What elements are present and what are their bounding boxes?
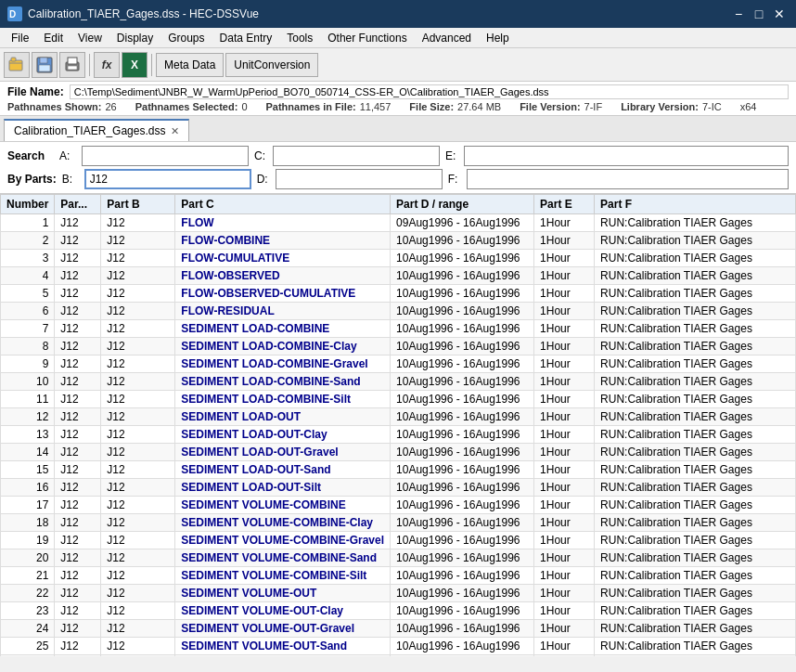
table-row[interactable]: 10 J12 J12 SEDIMENT LOAD-COMBINE-Sand 10…: [1, 373, 796, 391]
search-e-input[interactable]: [464, 146, 789, 166]
cell-partc: SEDIMENT LOAD-COMBINE-Sand: [175, 373, 391, 391]
b-label: B:: [62, 173, 79, 186]
meta-data-button[interactable]: Meta Data: [156, 53, 224, 77]
menu-view[interactable]: View: [71, 30, 109, 46]
cell-partc: FLOW-RESIDUAL: [175, 303, 391, 320]
cell-partc: SEDIMENT VOLUME-OUT-Gravel: [175, 620, 391, 638]
cell-parte: 1Hour: [534, 232, 595, 250]
menu-edit[interactable]: Edit: [36, 30, 71, 46]
menu-data-entry[interactable]: Data Entry: [212, 30, 280, 46]
cell-parte: 1Hour: [534, 426, 595, 444]
menu-advanced[interactable]: Advanced: [415, 30, 479, 46]
by-parts-label: By Parts:: [7, 173, 57, 186]
file-size-value: 27.64 MB: [457, 101, 501, 112]
cell-partf: RUN:Calibration TIAER Gages: [595, 408, 796, 426]
save-button[interactable]: [32, 52, 58, 78]
table-row[interactable]: 11 J12 J12 SEDIMENT LOAD-COMBINE-Silt 10…: [1, 391, 796, 408]
file-version-label: File Version:: [520, 101, 580, 112]
search-a-input[interactable]: [82, 146, 249, 166]
table-row[interactable]: 17 J12 J12 SEDIMENT VOLUME-COMBINE 10Aug…: [1, 497, 796, 514]
table-row[interactable]: 12 J12 J12 SEDIMENT LOAD-OUT 10Aug1996 -…: [1, 408, 796, 426]
table-row[interactable]: 22 J12 J12 SEDIMENT VOLUME-OUT 10Aug1996…: [1, 585, 796, 602]
cell-partb: J12: [101, 355, 175, 373]
table-row[interactable]: 7 J12 J12 SEDIMENT LOAD-COMBINE 10Aug199…: [1, 320, 796, 338]
search-c-input[interactable]: [273, 146, 440, 166]
open-button[interactable]: [4, 52, 30, 78]
cell-partb: J12: [101, 232, 175, 250]
file-name-input[interactable]: [70, 84, 789, 99]
cell-number: 25: [1, 638, 55, 655]
table-row[interactable]: 26 J12 J12 SEDIMENT VOLUME-OUT-Silt 10Au…: [1, 655, 796, 657]
cell-parte: 1Hour: [534, 320, 595, 338]
cell-parte: 1Hour: [534, 408, 595, 426]
table-row[interactable]: 3 J12 J12 FLOW-CUMULATIVE 10Aug1996 - 16…: [1, 250, 796, 267]
table-row[interactable]: 2 J12 J12 FLOW-COMBINE 10Aug1996 - 16Aug…: [1, 232, 796, 250]
cell-number: 26: [1, 655, 55, 657]
maximize-button[interactable]: □: [750, 5, 768, 23]
table-row[interactable]: 5 J12 J12 FLOW-OBSERVED-CUMULATIVE 10Aug…: [1, 285, 796, 303]
cell-number: 14: [1, 444, 55, 461]
tab-main[interactable]: Calibration_TIAER_Gages.dss ✕: [4, 119, 189, 141]
cell-parta: J12: [55, 461, 101, 479]
close-button[interactable]: ✕: [770, 5, 789, 23]
cell-partb: J12: [101, 373, 175, 391]
print-button[interactable]: [59, 52, 85, 78]
table-row[interactable]: 20 J12 J12 SEDIMENT VOLUME-COMBINE-Sand …: [1, 549, 796, 567]
menu-bar: File Edit View Display Groups Data Entry…: [0, 28, 796, 48]
search-d-input[interactable]: [276, 169, 443, 189]
table-row[interactable]: 6 J12 J12 FLOW-RESIDUAL 10Aug1996 - 16Au…: [1, 303, 796, 320]
pathnames-shown-label: Pathnames Shown:: [7, 101, 101, 112]
table-row[interactable]: 13 J12 J12 SEDIMENT LOAD-OUT-Clay 10Aug1…: [1, 426, 796, 444]
cell-partd: 10Aug1996 - 16Aug1996: [391, 267, 534, 285]
excel-button[interactable]: X: [122, 52, 148, 78]
file-name-label: File Name:: [7, 85, 64, 98]
menu-other-functions[interactable]: Other Functions: [320, 30, 414, 46]
menu-display[interactable]: Display: [109, 30, 160, 46]
search-b-input[interactable]: [84, 169, 251, 189]
table-row[interactable]: 18 J12 J12 SEDIMENT VOLUME-COMBINE-Clay …: [1, 514, 796, 532]
search-f-input[interactable]: [467, 169, 789, 189]
cell-parta: J12: [55, 303, 101, 320]
title-bar: D Calibration_TIAER_Gages.dss - HEC-DSSV…: [0, 0, 796, 28]
arch-value: x64: [740, 101, 757, 112]
search-label: Search: [7, 149, 54, 162]
tab-close-button[interactable]: ✕: [171, 125, 179, 137]
minimize-button[interactable]: −: [729, 5, 748, 23]
table-row[interactable]: 14 J12 J12 SEDIMENT LOAD-OUT-Gravel 10Au…: [1, 444, 796, 461]
table-row[interactable]: 1 J12 J12 FLOW 09Aug1996 - 16Aug1996 1Ho…: [1, 214, 796, 232]
cell-partd: 10Aug1996 - 16Aug1996: [391, 549, 534, 567]
cell-partb: J12: [101, 320, 175, 338]
table-row[interactable]: 4 J12 J12 FLOW-OBSERVED 10Aug1996 - 16Au…: [1, 267, 796, 285]
svg-rect-2: [9, 60, 22, 71]
cell-parte: 1Hour: [534, 479, 595, 497]
table-row[interactable]: 19 J12 J12 SEDIMENT VOLUME-COMBINE-Grave…: [1, 532, 796, 549]
menu-help[interactable]: Help: [479, 30, 517, 46]
cell-partb: J12: [101, 408, 175, 426]
menu-tools[interactable]: Tools: [279, 30, 320, 46]
table-row[interactable]: 23 J12 J12 SEDIMENT VOLUME-OUT-Clay 10Au…: [1, 602, 796, 620]
menu-groups[interactable]: Groups: [160, 30, 212, 46]
table-row[interactable]: 21 J12 J12 SEDIMENT VOLUME-COMBINE-Silt …: [1, 567, 796, 585]
col-header-partc: Part C: [175, 195, 391, 214]
cell-parte: 1Hour: [534, 585, 595, 602]
cell-number: 13: [1, 426, 55, 444]
cell-parte: 1Hour: [534, 497, 595, 514]
table-row[interactable]: 16 J12 J12 SEDIMENT LOAD-OUT-Silt 10Aug1…: [1, 479, 796, 497]
table-row[interactable]: 9 J12 J12 SEDIMENT LOAD-COMBINE-Gravel 1…: [1, 355, 796, 373]
cell-parta: J12: [55, 655, 101, 657]
table-row[interactable]: 25 J12 J12 SEDIMENT VOLUME-OUT-Sand 10Au…: [1, 638, 796, 655]
cell-parta: J12: [55, 214, 101, 232]
table-row[interactable]: 24 J12 J12 SEDIMENT VOLUME-OUT-Gravel 10…: [1, 620, 796, 638]
table-row[interactable]: 15 J12 J12 SEDIMENT LOAD-OUT-Sand 10Aug1…: [1, 461, 796, 479]
svg-rect-6: [39, 65, 50, 71]
cell-parte: 1Hour: [534, 250, 595, 267]
table-row[interactable]: 8 J12 J12 SEDIMENT LOAD-COMBINE-Clay 10A…: [1, 338, 796, 355]
cell-partf: RUN:Calibration TIAER Gages: [595, 285, 796, 303]
fx-button[interactable]: fx: [94, 52, 120, 78]
menu-file[interactable]: File: [4, 30, 36, 46]
cell-partd: 10Aug1996 - 16Aug1996: [391, 655, 534, 657]
pathnames-in-file-label: Pathnames in File:: [266, 101, 356, 112]
cell-number: 23: [1, 602, 55, 620]
unit-conversion-button[interactable]: UnitConversion: [225, 53, 318, 77]
cell-number: 20: [1, 549, 55, 567]
